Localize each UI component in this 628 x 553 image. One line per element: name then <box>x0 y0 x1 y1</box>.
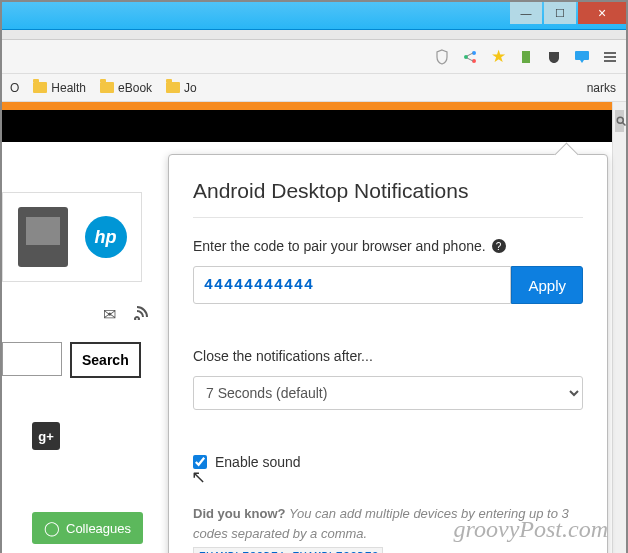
window-titlebar: — ☐ × <box>2 2 626 30</box>
folder-icon <box>33 82 47 93</box>
popup-title: Android Desktop Notifications <box>193 179 583 203</box>
folder-icon <box>100 82 114 93</box>
svg-point-5 <box>617 117 623 123</box>
divider <box>193 217 583 218</box>
bookmarks-bar: O Health eBook Jo narks <box>2 74 626 102</box>
browser-toolbar: ★ <box>2 40 626 74</box>
pocket-icon[interactable] <box>544 47 564 67</box>
googleplus-button[interactable]: g+ <box>32 422 60 450</box>
bookmark-label: Jo <box>184 81 197 95</box>
mail-icon[interactable]: ✉ <box>103 305 116 324</box>
hp-ad[interactable]: hp <box>2 192 142 282</box>
bookmark-folder-ebook[interactable]: eBook <box>100 81 152 95</box>
scrollbar[interactable] <box>612 102 626 553</box>
svg-rect-3 <box>522 51 530 63</box>
did-you-know-title: Did you know? <box>193 506 285 521</box>
svg-rect-4 <box>575 51 589 60</box>
search-button[interactable]: Search <box>70 342 141 378</box>
folder-icon <box>166 82 180 93</box>
bookmark-label: eBook <box>118 81 152 95</box>
bookmark-folder-health[interactable]: Health <box>33 81 86 95</box>
help-icon[interactable]: ? <box>492 239 506 253</box>
duration-select[interactable]: 7 Seconds (default) <box>193 376 583 410</box>
refresh-icon: ◯ <box>44 520 60 536</box>
share-icon[interactable] <box>460 47 480 67</box>
enable-sound-label: Enable sound <box>215 454 301 470</box>
bookmark-item[interactable]: O <box>10 81 19 95</box>
search-input[interactable] <box>2 342 62 376</box>
maximize-button[interactable]: ☐ <box>544 2 576 24</box>
close-button[interactable]: × <box>578 2 626 24</box>
close-after-label: Close the notifications after... <box>193 348 583 364</box>
example-code: EXAMPLECODE1,EXAMPLECODE2 <box>193 547 383 553</box>
extension-popup: Android Desktop Notifications Enter the … <box>168 154 608 553</box>
enable-sound-checkbox[interactable] <box>193 455 207 469</box>
bookmark-label: Health <box>51 81 86 95</box>
colleagues-label: Colleagues <box>66 521 131 536</box>
site-accent-bar <box>2 102 614 110</box>
extension-icon[interactable] <box>516 47 536 67</box>
search-icon[interactable] <box>615 110 624 132</box>
pair-code-input[interactable] <box>193 266 511 304</box>
bookmark-folder-jo[interactable]: Jo <box>166 81 197 95</box>
star-icon[interactable]: ★ <box>488 47 508 67</box>
site-header-bar <box>2 110 614 142</box>
hp-logo: hp <box>85 216 127 258</box>
pair-label: Enter the code to pair your browser and … <box>193 238 486 254</box>
menu-icon[interactable] <box>600 47 620 67</box>
shield-icon[interactable] <box>432 47 452 67</box>
apply-button[interactable]: Apply <box>511 266 583 304</box>
cursor-icon: ↖ <box>191 466 206 488</box>
rss-icon[interactable] <box>134 304 150 324</box>
tab-strip <box>2 30 626 40</box>
bookmark-overflow[interactable]: narks <box>587 81 616 95</box>
watermark: groovyPost.com <box>454 516 608 543</box>
printer-image <box>18 207 68 267</box>
minimize-button[interactable]: — <box>510 2 542 24</box>
colleagues-button[interactable]: ◯ Colleagues <box>32 512 143 544</box>
notification-extension-icon[interactable] <box>572 47 592 67</box>
